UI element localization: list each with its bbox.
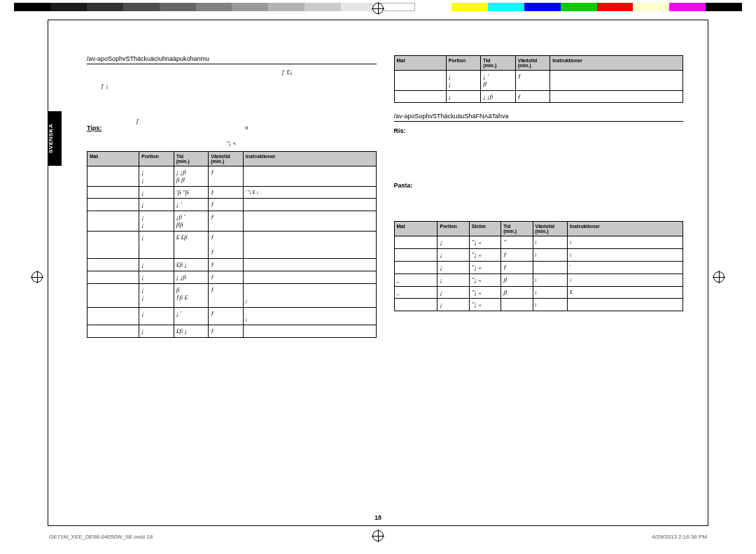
right-column: MatPortionTid (min.)Väntetid (min.)Instr…: [387, 55, 687, 511]
table-cell: ƒ: [209, 325, 244, 338]
table-cell: ¡ ¡: [446, 71, 481, 91]
table-cell: fl: [501, 274, 533, 286]
table-header: Tid (min.): [481, 56, 516, 71]
table-row: ¡"¡ « "¡¡: [394, 236, 683, 249]
table-cell: [501, 299, 533, 311]
table-cell: ¡: [568, 249, 683, 262]
table-cell: [88, 271, 139, 283]
table-cell: [88, 308, 139, 325]
table-header: Väntetid (min.): [209, 152, 244, 166]
table-cell: [243, 199, 376, 211]
table-cell: [243, 166, 376, 187]
table-cell: ¡: [533, 236, 568, 249]
table-cell: ¡: [533, 249, 568, 262]
table-cell: £fi ¡: [174, 325, 209, 338]
left-column: /av-apoSophvSThäckuäcIuhnaäpukohanmu ƒ £…: [69, 55, 387, 511]
garble-text: ¤: [245, 125, 248, 132]
table-cell: ¡: [568, 236, 683, 249]
garble-text: "¡ «: [87, 140, 377, 147]
table-cell: ¡: [139, 325, 174, 338]
table-cell: /: [243, 283, 376, 307]
table-cell: ƒ: [209, 308, 244, 325]
table-cell: [243, 325, 376, 338]
table-cell: [550, 71, 683, 91]
table-cell: ¡ ¡: [139, 283, 174, 307]
table-cell: [88, 199, 139, 211]
garble-text: ƒ: [87, 118, 377, 125]
cooking-table-right-bottom: MatPortionStrömTid (min.)Väntetid (min.)…: [394, 221, 684, 311]
table-cell: ƒ: [209, 283, 244, 307]
table-cell: ƒ: [501, 249, 533, 262]
cooking-table-left: MatPortionTid (min.)Väntetid (min.)Instr…: [87, 151, 377, 338]
table-cell: ¡fi ' flfi: [174, 211, 209, 232]
table-cell: ¡ ¡: [139, 166, 174, 187]
table-cell: ¡ ': [174, 199, 209, 211]
page-number: 18: [374, 514, 382, 521]
table-cell: ¡ ¡fi fi fl: [174, 166, 209, 187]
table-cell: ¡ ¡: [139, 211, 174, 232]
cooking-table-right-top: MatPortionTid (min.)Väntetid (min.)Instr…: [394, 55, 684, 103]
table-cell: ¡: [139, 271, 174, 283]
table-cell: ƒ: [501, 261, 533, 274]
table-header: Mat: [394, 56, 446, 71]
table-row: ¡¡ 'ƒ: [88, 199, 377, 211]
table-row: ¡£fi ¡ƒ: [88, 325, 377, 338]
table-row: ¡ ¡¡ ¡fi fi flƒ: [88, 166, 377, 187]
table-header: Instruktioner: [243, 152, 376, 166]
table-header: Instruktioner: [568, 222, 683, 236]
table-cell: ƒ: [515, 71, 550, 91]
table-cell: [88, 186, 139, 199]
table-cell: ': [568, 261, 683, 274]
table-header: Portion: [446, 56, 481, 71]
table-cell: "¡ «: [469, 249, 500, 262]
section-path-right: /av-apoSophvSThäckuäuShäFNAäTahva: [394, 113, 684, 122]
table-header: Mat: [394, 222, 438, 236]
table-cell: [88, 325, 139, 338]
table-cell: ¡: [139, 259, 174, 271]
table-row: ¡£ £fiƒ ƒ: [88, 231, 377, 258]
section-path-left: /av-apoSophvSThäckuäcIuhnaäpukohanmu: [87, 55, 377, 64]
table-header: Väntetid (min.): [533, 222, 568, 236]
table-row: _¡"¡ « fl¡¡: [394, 274, 683, 286]
pasta-heading: Pasta:: [394, 182, 684, 189]
table-cell: ¡: [139, 186, 174, 199]
table-header: Instruktioner: [550, 56, 683, 71]
footer-timestamp: 4/29/2013 2:16:36 PM: [652, 534, 707, 540]
table-cell: ¡: [533, 274, 568, 286]
table-cell: [88, 283, 139, 307]
table-cell: ƒ: [209, 199, 244, 211]
table-cell: ¡: [438, 261, 469, 274]
table-cell: ¡: [139, 231, 174, 258]
table-cell: [394, 90, 446, 103]
table-header: Portion: [438, 222, 469, 236]
tips-heading: Tips:: [87, 125, 102, 132]
table-cell: ¡: [139, 308, 174, 325]
table-cell: ƒ: [515, 90, 550, 103]
registration-mark-icon: [713, 271, 724, 283]
table-cell: ' "¡ £ ¡: [243, 186, 376, 199]
table-cell: [88, 231, 139, 258]
table-cell: ¡: [568, 274, 683, 286]
table-cell: ¡: [438, 249, 469, 262]
table-header: Mat: [88, 152, 139, 166]
page-frame: SVENSKA /av-apoSophvSThäckuäcIuhnaäpukoh…: [48, 20, 708, 526]
footer-filename: GE71M_XEE_DE68-04050W_SE.indd 18: [49, 534, 153, 540]
table-row: ¡¡ ¡fiƒ: [394, 90, 683, 103]
table-cell: ƒ: [209, 259, 244, 271]
table-cell: [568, 299, 683, 311]
table-row: ¡£fi ¡ƒ: [88, 259, 377, 271]
table-cell: ¡: [438, 299, 469, 311]
table-cell: £fi ¡: [174, 259, 209, 271]
registration-mark-icon: [31, 271, 43, 283]
table-cell: [533, 261, 568, 274]
table-cell: ¡: [533, 286, 568, 299]
registration-mark-icon: [372, 530, 384, 541]
table-cell: ¡: [533, 299, 568, 311]
table-cell: ¡: [438, 274, 469, 286]
table-cell: [394, 236, 438, 249]
table-cell: ": [501, 236, 533, 249]
table-row: ¡¡ ¡fiƒ: [88, 271, 377, 283]
table-cell: [394, 71, 446, 91]
table-cell: ƒ: [209, 186, 244, 199]
table-cell: "¡ «: [469, 236, 500, 249]
